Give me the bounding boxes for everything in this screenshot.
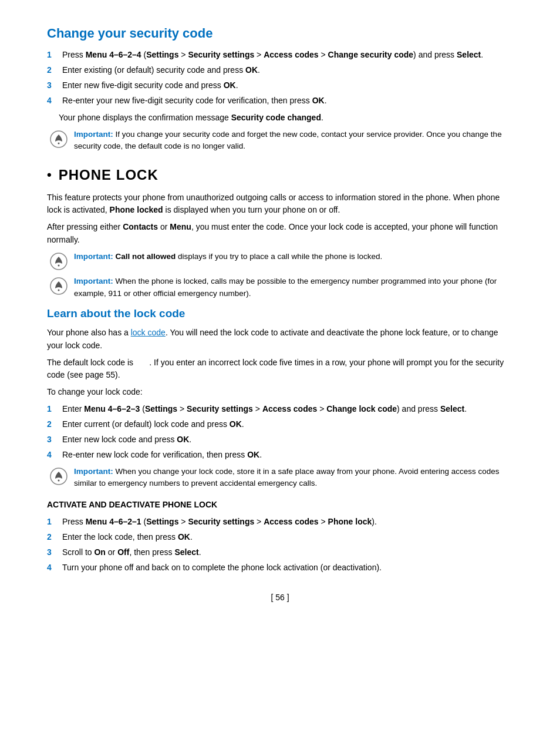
lock-step-num-1: 1: [47, 403, 59, 415]
learn-lock-body1: Your phone also has a lock code. You wil…: [47, 327, 513, 352]
important-icon-3: [49, 277, 68, 295]
important-box-3: Important: When the phone is locked, cal…: [47, 275, 513, 300]
activate-step-1-content: Press Menu 4–6–2–1 (Settings > Security …: [62, 516, 513, 528]
activate-step-num-3: 3: [47, 546, 59, 559]
step-4: 4 Re-enter your new five-digit security …: [47, 95, 513, 107]
lock-step-2: 2 Enter current (or default) lock code a…: [47, 418, 513, 431]
activate-step-num-1: 1: [47, 516, 59, 528]
step-num-3: 3: [47, 79, 59, 92]
lock-step-1: 1 Enter Menu 4–6–2–3 (Settings > Securit…: [47, 403, 513, 415]
confirmation-text: Your phone displays the confirmation mes…: [59, 112, 513, 124]
important-text-3: Important: When the phone is locked, cal…: [74, 275, 513, 300]
phone-lock-title: PHONE LOCK: [59, 164, 158, 186]
lock-code-steps: 1 Enter Menu 4–6–2–3 (Settings > Securit…: [47, 403, 513, 461]
important-icon-1: [49, 130, 68, 149]
activate-steps: 1 Press Menu 4–6–2–1 (Settings > Securit…: [47, 516, 513, 574]
svg-point-1: [58, 143, 60, 144]
step-2: 2 Enter existing (or default) security c…: [47, 64, 513, 76]
step-num-4: 4: [47, 95, 59, 107]
step-1-content: Press Menu 4–6–2–4 (Settings > Security …: [62, 49, 513, 61]
important-text-4: Important: When you change your lock cod…: [74, 466, 513, 490]
step-4-content: Re-enter your new five-digit security co…: [62, 95, 513, 107]
step-num-2: 2: [47, 64, 59, 76]
lock-step-num-4: 4: [47, 449, 59, 461]
activate-deactivate-title: ACTIVATE AND DEACTIVATE PHONE LOCK: [47, 499, 513, 511]
phone-lock-header: • PHONE LOCK: [47, 164, 513, 186]
important-label-4: Important:: [74, 467, 113, 476]
lock-step-num-3: 3: [47, 433, 59, 446]
activate-step-3: 3 Scroll to On or Off, then press Select…: [47, 546, 513, 559]
activate-step-num-4: 4: [47, 561, 59, 574]
important-label-1: Important:: [74, 130, 113, 139]
important-text-2: Important: Call not allowed displays if …: [74, 251, 382, 263]
learn-lock-body3: To change your lock code:: [47, 386, 513, 399]
page-content: Change your security code 1 Press Menu 4…: [47, 23, 513, 604]
activate-step-num-2: 2: [47, 531, 59, 543]
step-3: 3 Enter new five-digit security code and…: [47, 79, 513, 92]
svg-point-7: [58, 479, 60, 481]
lock-step-num-2: 2: [47, 418, 59, 431]
important-box-4: Important: When you change your lock cod…: [47, 466, 513, 490]
lock-step-4-content: Re-enter new lock code for verification,…: [62, 449, 513, 461]
change-security-steps: 1 Press Menu 4–6–2–4 (Settings > Securit…: [47, 49, 513, 107]
change-security-code-title: Change your security code: [47, 23, 513, 43]
step-2-content: Enter existing (or default) security cod…: [62, 64, 513, 76]
step-num-1: 1: [47, 49, 59, 61]
important-icon-2: [49, 252, 68, 271]
activate-step-2-content: Enter the lock code, then press OK.: [62, 531, 513, 543]
activate-step-2: 2 Enter the lock code, then press OK.: [47, 531, 513, 543]
important-label-2: Important:: [74, 252, 113, 261]
page-number: [ 56 ]: [47, 591, 513, 604]
important-icon-4: [49, 467, 68, 486]
lock-step-2-content: Enter current (or default) lock code and…: [62, 418, 513, 431]
phone-lock-bullet: •: [47, 165, 52, 184]
phone-lock-body2: After pressing either Contacts or Menu, …: [47, 221, 513, 246]
activate-step-1: 1 Press Menu 4–6–2–1 (Settings > Securit…: [47, 516, 513, 528]
learn-lock-body2: The default lock code is . If you enter …: [47, 357, 513, 382]
step-1: 1 Press Menu 4–6–2–4 (Settings > Securit…: [47, 49, 513, 61]
svg-point-5: [58, 290, 60, 291]
lock-step-3: 3 Enter new lock code and press OK.: [47, 433, 513, 446]
activate-step-4-content: Turn your phone off and back on to compl…: [62, 561, 513, 574]
step-3-content: Enter new five-digit security code and p…: [62, 79, 513, 92]
important-text-1: Important: If you change your security c…: [74, 129, 513, 153]
lock-step-3-content: Enter new lock code and press OK.: [62, 433, 513, 446]
learn-lock-code-title: Learn about the lock code: [47, 305, 513, 322]
phone-lock-body1: This feature protects your phone from un…: [47, 191, 513, 217]
activate-step-4: 4 Turn your phone off and back on to com…: [47, 561, 513, 574]
lock-step-4: 4 Re-enter new lock code for verificatio…: [47, 449, 513, 461]
important-label-3: Important:: [74, 277, 113, 285]
important-box-2: Important: Call not allowed displays if …: [47, 251, 513, 271]
important-box-1: Important: If you change your security c…: [47, 129, 513, 153]
activate-step-3-content: Scroll to On or Off, then press Select.: [62, 546, 513, 559]
svg-point-3: [58, 265, 60, 267]
lock-code-link[interactable]: lock code: [131, 328, 166, 337]
lock-step-1-content: Enter Menu 4–6–2–3 (Settings > Security …: [62, 403, 513, 415]
